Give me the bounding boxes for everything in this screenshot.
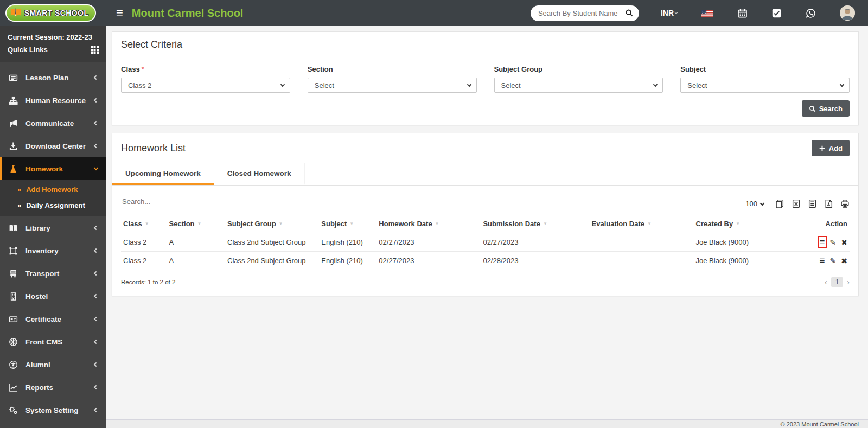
whatsapp-icon[interactable] <box>806 8 816 18</box>
add-homework-button[interactable]: Add <box>812 140 850 156</box>
sidebar-item-label: Download Center <box>25 142 94 150</box>
quick-links-label: Quick Links <box>8 43 48 56</box>
plus-icon <box>819 145 826 152</box>
cell-created-by: Joe Black (9000) <box>694 252 797 270</box>
column-header-created-by[interactable]: Created By▼ <box>694 215 797 233</box>
student-search-box <box>531 5 639 21</box>
us-flag-icon[interactable] <box>701 10 713 17</box>
row-1-edit-pencil-icon[interactable]: ✎ <box>830 239 837 246</box>
csv-export-icon[interactable] <box>808 199 817 208</box>
column-header-homework-date[interactable]: Homework Date▼ <box>376 215 481 233</box>
column-header-class[interactable]: Class▼ <box>121 215 167 233</box>
chevron-left-icon <box>94 385 98 389</box>
tab-upcoming-homework[interactable]: Upcoming Homework <box>112 163 214 185</box>
cell-created-by: Joe Black (9000) <box>694 233 797 252</box>
row-2-edit-pencil-icon[interactable]: ✎ <box>830 257 837 265</box>
search-button[interactable]: Search <box>802 100 850 117</box>
sidebar-item-library[interactable]: Library <box>0 216 106 239</box>
sidebar-item-label: Homework <box>25 165 94 173</box>
copy-export-icon[interactable] <box>775 199 784 208</box>
logo-area[interactable]: SMART SCHOOL <box>0 0 106 26</box>
submenu-item-add-homework[interactable]: »Add Homework <box>0 182 106 197</box>
quick-links[interactable]: Quick Links <box>8 43 99 56</box>
sidebar-item-inventory[interactable]: Inventory <box>0 239 106 262</box>
sidebar-item-label: Alumni <box>25 361 94 369</box>
table-row: Class 2AClass 2nd Subject GroupEnglish (… <box>121 252 850 270</box>
row-1-delete-x-icon[interactable]: ✖ <box>841 239 847 246</box>
sidebar-item-system-setting[interactable]: System Setting <box>0 399 106 421</box>
submenu-item-daily-assignment[interactable]: »Daily Assignment <box>0 197 106 213</box>
column-header-subject[interactable]: Subject▼ <box>319 215 376 233</box>
calendar-icon[interactable] <box>737 8 748 18</box>
sidebar-item-lesson-plan[interactable]: Lesson Plan <box>0 66 106 89</box>
sidebar-item-label: Hostel <box>25 292 94 301</box>
table-search-input[interactable] <box>121 195 218 208</box>
sidebar-item-reports[interactable]: Reports <box>0 376 106 399</box>
current-session-label: Current Session: 2022-23 <box>8 31 99 43</box>
print-export-icon[interactable] <box>840 199 850 208</box>
pdf-export-icon[interactable] <box>824 199 833 208</box>
field-section: SectionSelect <box>308 65 477 93</box>
column-header-action: Action <box>797 215 850 233</box>
smart-school-logo: SMART SCHOOL <box>5 4 96 22</box>
chevron-left-icon <box>94 294 98 298</box>
sidebar-item-homework[interactable]: Homework <box>0 157 106 180</box>
field-subject: SubjectSelect <box>680 65 850 93</box>
page-size-select[interactable]: 100 <box>745 200 764 208</box>
class-select[interactable]: Class 2 <box>121 78 290 93</box>
sidebar-item-human-resource[interactable]: Human Resource <box>0 89 106 112</box>
reports-icon <box>9 383 18 392</box>
previous-page-button[interactable]: ‹ <box>825 278 827 286</box>
row-2-delete-x-icon[interactable]: ✖ <box>841 257 847 265</box>
row-2-evaluation-menu-icon[interactable]: ≡ <box>820 256 825 265</box>
sidebar-item-download-center[interactable]: Download Center <box>0 135 106 157</box>
topbar-actions: INR <box>531 5 868 21</box>
column-header-evaluation-date[interactable]: Evaluation Date▼ <box>590 215 694 233</box>
user-avatar[interactable] <box>840 5 855 21</box>
sidebar-item-front-cms[interactable]: Front CMS <box>0 330 106 353</box>
cell-subject: English (210) <box>319 233 376 252</box>
tab-closed-homework[interactable]: Closed Homework <box>214 163 305 185</box>
homework-icon <box>9 164 18 174</box>
search-icon[interactable] <box>625 9 634 17</box>
sidebar-item-label: Transport <box>25 270 94 278</box>
sidebar: Current Session: 2022-23 Quick Links Les… <box>0 26 106 428</box>
chevron-left-icon <box>94 98 98 103</box>
chevron-left-icon <box>94 340 98 344</box>
sidebar-item-communicate[interactable]: Communicate <box>0 112 106 135</box>
student-search-input[interactable] <box>538 9 625 17</box>
criteria-fields: Class*Class 2SectionSelectSubject GroupS… <box>112 58 858 93</box>
task-check-icon[interactable] <box>771 8 782 18</box>
inventory-icon <box>9 246 18 255</box>
chevron-down-icon <box>94 165 98 170</box>
sidebar-item-label: Library <box>25 224 94 232</box>
lesson-plan-icon <box>9 73 18 82</box>
column-header-section[interactable]: Section▼ <box>167 215 225 233</box>
subject-group-select[interactable]: Select <box>494 78 663 93</box>
column-header-subject-group[interactable]: Subject Group▼ <box>225 215 319 233</box>
section-select[interactable]: Select <box>308 78 477 93</box>
table-row: Class 2AClass 2nd Subject GroupEnglish (… <box>121 233 850 252</box>
column-header-submission-date[interactable]: Submission Date▼ <box>481 215 589 233</box>
cell-submission-date: 02/27/2023 <box>481 233 589 252</box>
cell-section: A <box>167 252 225 270</box>
selected-value: Class 2 <box>128 81 151 90</box>
cell-class-name: Class 2 <box>121 252 167 270</box>
sidebar-item-transport[interactable]: Transport <box>0 262 106 285</box>
sidebar-toggle-hamburger-icon[interactable]: ≡ <box>116 7 123 19</box>
sidebar-item-certificate[interactable]: Certificate <box>0 308 106 330</box>
next-page-button[interactable]: › <box>847 278 850 286</box>
sidebar-item-hostel[interactable]: Hostel <box>0 285 106 308</box>
double-angle-icon: » <box>17 186 21 194</box>
excel-export-icon[interactable] <box>792 199 801 208</box>
sidebar-item-alumni[interactable]: Alumni <box>0 353 106 376</box>
sidebar-item-label: System Setting <box>25 406 94 414</box>
row-1-evaluation-menu-icon[interactable]: ≡ <box>820 238 825 247</box>
selected-value: Select <box>501 81 521 90</box>
currency-selector[interactable]: INR <box>661 9 678 17</box>
cell-action: ≡✎✖ <box>797 252 850 270</box>
sidebar-item-label: Lesson Plan <box>25 74 94 82</box>
page-number-1[interactable]: 1 <box>831 277 844 287</box>
selected-value: Select <box>315 81 334 90</box>
subject-select[interactable]: Select <box>680 78 850 93</box>
